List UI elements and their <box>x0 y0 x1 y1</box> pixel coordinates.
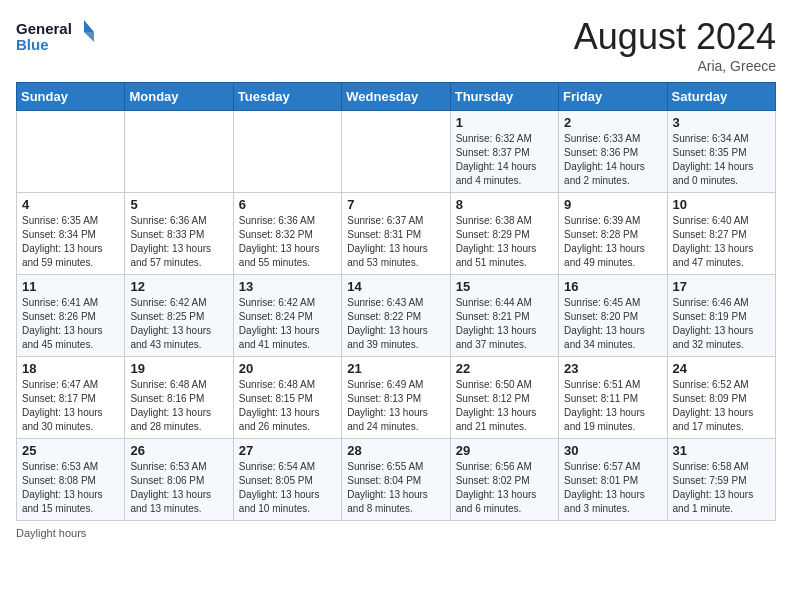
calendar-cell: 24Sunrise: 6:52 AM Sunset: 8:09 PM Dayli… <box>667 357 775 439</box>
day-number: 4 <box>22 197 119 212</box>
weekday-header: Saturday <box>667 83 775 111</box>
calendar-cell: 18Sunrise: 6:47 AM Sunset: 8:17 PM Dayli… <box>17 357 125 439</box>
day-number: 14 <box>347 279 444 294</box>
footer: Daylight hours <box>16 527 776 539</box>
day-number: 12 <box>130 279 227 294</box>
day-number: 23 <box>564 361 661 376</box>
day-number: 31 <box>673 443 770 458</box>
day-detail: Sunrise: 6:33 AM Sunset: 8:36 PM Dayligh… <box>564 132 661 188</box>
calendar-table: SundayMondayTuesdayWednesdayThursdayFrid… <box>16 82 776 521</box>
calendar-cell: 3Sunrise: 6:34 AM Sunset: 8:35 PM Daylig… <box>667 111 775 193</box>
day-detail: Sunrise: 6:45 AM Sunset: 8:20 PM Dayligh… <box>564 296 661 352</box>
weekday-header: Thursday <box>450 83 558 111</box>
calendar-cell: 11Sunrise: 6:41 AM Sunset: 8:26 PM Dayli… <box>17 275 125 357</box>
calendar-week-row: 25Sunrise: 6:53 AM Sunset: 8:08 PM Dayli… <box>17 439 776 521</box>
day-detail: Sunrise: 6:53 AM Sunset: 8:06 PM Dayligh… <box>130 460 227 516</box>
calendar-week-row: 11Sunrise: 6:41 AM Sunset: 8:26 PM Dayli… <box>17 275 776 357</box>
day-number: 21 <box>347 361 444 376</box>
calendar-cell <box>233 111 341 193</box>
calendar-cell: 15Sunrise: 6:44 AM Sunset: 8:21 PM Dayli… <box>450 275 558 357</box>
day-number: 3 <box>673 115 770 130</box>
day-number: 28 <box>347 443 444 458</box>
day-detail: Sunrise: 6:36 AM Sunset: 8:33 PM Dayligh… <box>130 214 227 270</box>
day-detail: Sunrise: 6:36 AM Sunset: 8:32 PM Dayligh… <box>239 214 336 270</box>
day-detail: Sunrise: 6:46 AM Sunset: 8:19 PM Dayligh… <box>673 296 770 352</box>
weekday-header: Friday <box>559 83 667 111</box>
day-number: 20 <box>239 361 336 376</box>
calendar-cell: 27Sunrise: 6:54 AM Sunset: 8:05 PM Dayli… <box>233 439 341 521</box>
day-number: 8 <box>456 197 553 212</box>
day-detail: Sunrise: 6:58 AM Sunset: 7:59 PM Dayligh… <box>673 460 770 516</box>
day-number: 2 <box>564 115 661 130</box>
logo-svg: General Blue <box>16 16 96 56</box>
day-detail: Sunrise: 6:51 AM Sunset: 8:11 PM Dayligh… <box>564 378 661 434</box>
calendar-cell: 28Sunrise: 6:55 AM Sunset: 8:04 PM Dayli… <box>342 439 450 521</box>
calendar-cell: 25Sunrise: 6:53 AM Sunset: 8:08 PM Dayli… <box>17 439 125 521</box>
calendar-cell: 30Sunrise: 6:57 AM Sunset: 8:01 PM Dayli… <box>559 439 667 521</box>
day-number: 15 <box>456 279 553 294</box>
day-detail: Sunrise: 6:49 AM Sunset: 8:13 PM Dayligh… <box>347 378 444 434</box>
day-number: 6 <box>239 197 336 212</box>
calendar-cell: 7Sunrise: 6:37 AM Sunset: 8:31 PM Daylig… <box>342 193 450 275</box>
day-detail: Sunrise: 6:40 AM Sunset: 8:27 PM Dayligh… <box>673 214 770 270</box>
day-number: 24 <box>673 361 770 376</box>
day-detail: Sunrise: 6:43 AM Sunset: 8:22 PM Dayligh… <box>347 296 444 352</box>
calendar-cell: 21Sunrise: 6:49 AM Sunset: 8:13 PM Dayli… <box>342 357 450 439</box>
day-detail: Sunrise: 6:48 AM Sunset: 8:16 PM Dayligh… <box>130 378 227 434</box>
day-detail: Sunrise: 6:32 AM Sunset: 8:37 PM Dayligh… <box>456 132 553 188</box>
day-number: 29 <box>456 443 553 458</box>
calendar-cell: 5Sunrise: 6:36 AM Sunset: 8:33 PM Daylig… <box>125 193 233 275</box>
day-detail: Sunrise: 6:48 AM Sunset: 8:15 PM Dayligh… <box>239 378 336 434</box>
day-number: 16 <box>564 279 661 294</box>
calendar-cell <box>17 111 125 193</box>
weekday-header: Sunday <box>17 83 125 111</box>
calendar-cell: 23Sunrise: 6:51 AM Sunset: 8:11 PM Dayli… <box>559 357 667 439</box>
day-number: 18 <box>22 361 119 376</box>
day-detail: Sunrise: 6:47 AM Sunset: 8:17 PM Dayligh… <box>22 378 119 434</box>
day-detail: Sunrise: 6:56 AM Sunset: 8:02 PM Dayligh… <box>456 460 553 516</box>
day-number: 13 <box>239 279 336 294</box>
weekday-header: Wednesday <box>342 83 450 111</box>
day-number: 11 <box>22 279 119 294</box>
day-number: 25 <box>22 443 119 458</box>
calendar-week-row: 18Sunrise: 6:47 AM Sunset: 8:17 PM Dayli… <box>17 357 776 439</box>
day-detail: Sunrise: 6:42 AM Sunset: 8:25 PM Dayligh… <box>130 296 227 352</box>
day-detail: Sunrise: 6:41 AM Sunset: 8:26 PM Dayligh… <box>22 296 119 352</box>
svg-text:Blue: Blue <box>16 36 49 53</box>
day-detail: Sunrise: 6:50 AM Sunset: 8:12 PM Dayligh… <box>456 378 553 434</box>
day-detail: Sunrise: 6:52 AM Sunset: 8:09 PM Dayligh… <box>673 378 770 434</box>
svg-marker-2 <box>84 20 94 32</box>
day-detail: Sunrise: 6:55 AM Sunset: 8:04 PM Dayligh… <box>347 460 444 516</box>
calendar-cell: 17Sunrise: 6:46 AM Sunset: 8:19 PM Dayli… <box>667 275 775 357</box>
calendar-cell: 14Sunrise: 6:43 AM Sunset: 8:22 PM Dayli… <box>342 275 450 357</box>
day-number: 30 <box>564 443 661 458</box>
calendar-cell <box>342 111 450 193</box>
day-detail: Sunrise: 6:44 AM Sunset: 8:21 PM Dayligh… <box>456 296 553 352</box>
calendar-cell: 22Sunrise: 6:50 AM Sunset: 8:12 PM Dayli… <box>450 357 558 439</box>
day-number: 17 <box>673 279 770 294</box>
day-detail: Sunrise: 6:38 AM Sunset: 8:29 PM Dayligh… <box>456 214 553 270</box>
svg-text:General: General <box>16 20 72 37</box>
calendar-cell: 13Sunrise: 6:42 AM Sunset: 8:24 PM Dayli… <box>233 275 341 357</box>
weekday-header-row: SundayMondayTuesdayWednesdayThursdayFrid… <box>17 83 776 111</box>
day-number: 22 <box>456 361 553 376</box>
calendar-cell: 31Sunrise: 6:58 AM Sunset: 7:59 PM Dayli… <box>667 439 775 521</box>
day-number: 10 <box>673 197 770 212</box>
calendar-cell: 20Sunrise: 6:48 AM Sunset: 8:15 PM Dayli… <box>233 357 341 439</box>
day-number: 26 <box>130 443 227 458</box>
weekday-header: Tuesday <box>233 83 341 111</box>
day-number: 27 <box>239 443 336 458</box>
month-year: August 2024 <box>574 16 776 58</box>
day-detail: Sunrise: 6:35 AM Sunset: 8:34 PM Dayligh… <box>22 214 119 270</box>
day-detail: Sunrise: 6:34 AM Sunset: 8:35 PM Dayligh… <box>673 132 770 188</box>
calendar-cell: 4Sunrise: 6:35 AM Sunset: 8:34 PM Daylig… <box>17 193 125 275</box>
day-number: 7 <box>347 197 444 212</box>
calendar-cell: 26Sunrise: 6:53 AM Sunset: 8:06 PM Dayli… <box>125 439 233 521</box>
day-detail: Sunrise: 6:57 AM Sunset: 8:01 PM Dayligh… <box>564 460 661 516</box>
logo: General Blue <box>16 16 96 56</box>
day-detail: Sunrise: 6:37 AM Sunset: 8:31 PM Dayligh… <box>347 214 444 270</box>
calendar-cell: 29Sunrise: 6:56 AM Sunset: 8:02 PM Dayli… <box>450 439 558 521</box>
calendar-week-row: 4Sunrise: 6:35 AM Sunset: 8:34 PM Daylig… <box>17 193 776 275</box>
calendar-cell: 16Sunrise: 6:45 AM Sunset: 8:20 PM Dayli… <box>559 275 667 357</box>
day-number: 19 <box>130 361 227 376</box>
